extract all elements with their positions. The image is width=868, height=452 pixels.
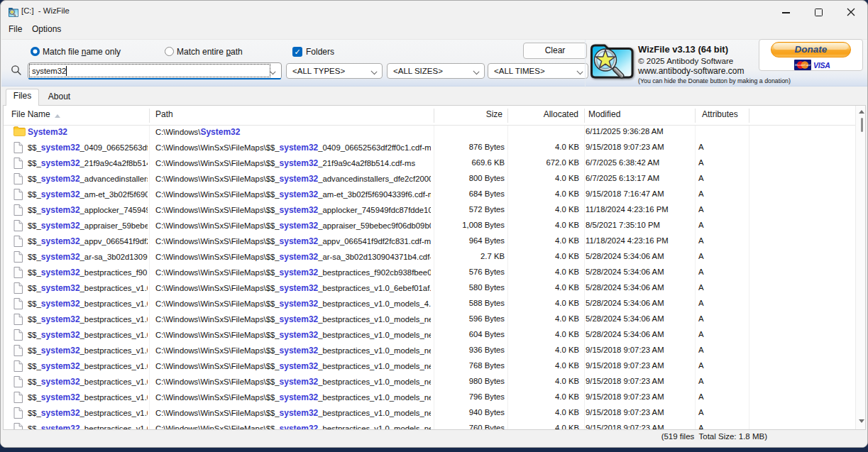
svg-text:MasterCard: MasterCard: [795, 63, 811, 67]
